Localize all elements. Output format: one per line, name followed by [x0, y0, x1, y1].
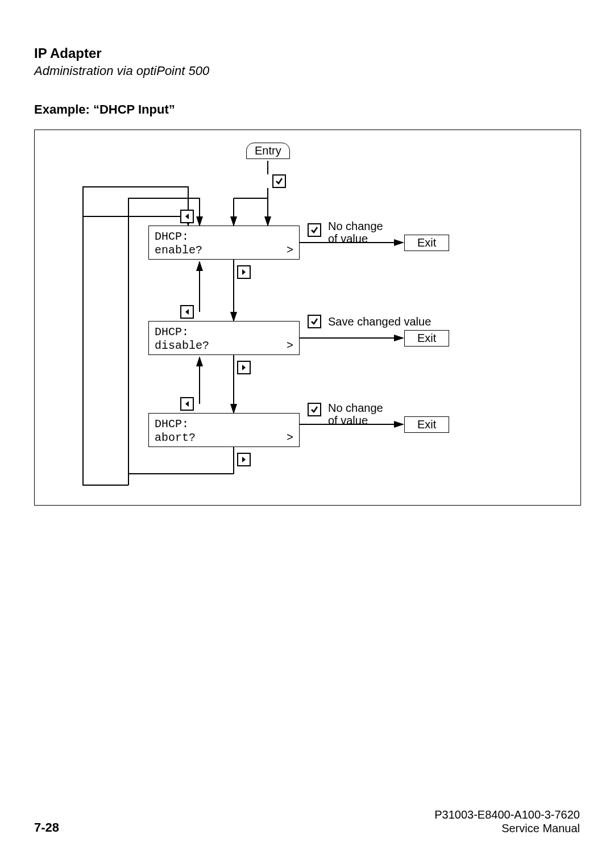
- flow-diagram: Entry DHCP: enable?> No change of value …: [34, 130, 581, 506]
- exit-node-1: Exit: [404, 235, 449, 251]
- save-label: Save changed value: [328, 315, 431, 328]
- dhcp-enable-box: DHCP: enable?>: [148, 226, 300, 260]
- enable-suffix: >: [287, 244, 293, 257]
- exit-node-3: Exit: [404, 416, 449, 433]
- enable-line2: enable?: [155, 244, 202, 257]
- footer-docinfo: P31003-E8400-A100-3-7620 Service Manual: [434, 808, 580, 835]
- example-heading: Example: “DHCP Input”: [34, 102, 175, 117]
- check-icon: [308, 403, 321, 416]
- nochange-label-1: No change of value: [328, 220, 383, 245]
- right-arrow-icon: [237, 453, 251, 466]
- doc-id: P31003-E8400-A100-3-7620: [434, 808, 580, 821]
- abort-suffix: >: [287, 431, 293, 444]
- dhcp-disable-box: DHCP: disable?>: [148, 321, 300, 355]
- left-arrow-icon: [180, 397, 194, 411]
- page-number: 7-28: [34, 820, 59, 835]
- right-arrow-icon: [237, 361, 251, 374]
- dhcp-abort-box: DHCP: abort?>: [148, 413, 300, 447]
- entry-node: Entry: [246, 143, 290, 159]
- check-icon: [308, 315, 321, 328]
- check-icon: [308, 223, 321, 237]
- enable-line1: DHCP:: [155, 230, 189, 243]
- exit-node-2: Exit: [404, 330, 449, 347]
- disable-line1: DHCP:: [155, 326, 189, 339]
- entry-label: Entry: [255, 144, 281, 157]
- right-arrow-icon: [237, 265, 251, 279]
- check-icon: [272, 174, 286, 188]
- doc-type: Service Manual: [501, 822, 580, 834]
- header-title: IP Adapter: [34, 45, 580, 61]
- abort-line2: abort?: [155, 431, 196, 444]
- page-header: IP Adapter Administration via optiPoint …: [34, 45, 580, 78]
- left-arrow-icon: [180, 210, 194, 223]
- disable-line2: disable?: [155, 339, 209, 352]
- page: IP Adapter Administration via optiPoint …: [0, 0, 614, 868]
- disable-suffix: >: [287, 339, 293, 352]
- nochange-label-2: No change of value: [328, 402, 383, 427]
- left-arrow-icon: [180, 305, 194, 319]
- header-subtitle: Administration via optiPoint 500: [34, 64, 580, 78]
- abort-line1: DHCP:: [155, 418, 189, 431]
